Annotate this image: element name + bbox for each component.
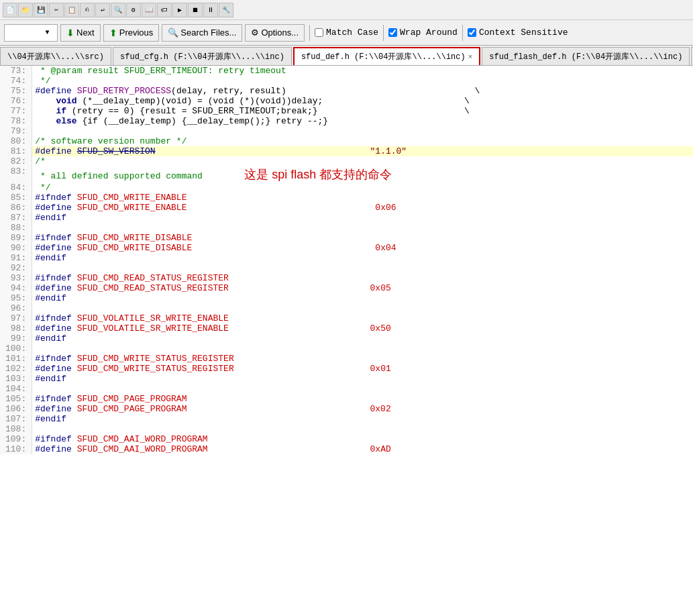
table-row: 73: * @param result SFUD_ERR_TIMEOUT: re…: [0, 66, 693, 76]
table-row: 103:#endif: [0, 374, 693, 384]
line-content: /* software version number */: [32, 136, 693, 146]
options-button[interactable]: ⚙ Options...: [245, 24, 305, 42]
toolbar-icon-7[interactable]: ↩: [95, 3, 110, 17]
table-row: 78: else {if (__delay_temp) {__delay_tem…: [0, 116, 693, 126]
next-button[interactable]: ⬇ Next: [60, 24, 101, 42]
next-label: Next: [76, 28, 95, 38]
line-content: #ifndef SFUD_CMD_WRITE_ENABLE: [32, 193, 693, 203]
search-dropdown[interactable]: ▼: [4, 24, 58, 42]
separator-3: [462, 25, 463, 41]
line-number: 109:: [0, 434, 32, 444]
line-content: * @param result SFUD_ERR_TIMEOUT: retry …: [32, 66, 693, 76]
toolbar-icon-6[interactable]: ⎌: [80, 3, 95, 17]
line-number: 80:: [0, 136, 32, 146]
table-row: 92:: [0, 263, 693, 273]
toolbar: 📄 📁 💾 ✂ 📋 ⎌ ↩ 🔍 ⚙ 📖 🏷 ▶ ⏹ ⏸ 🔧: [0, 0, 693, 20]
line-number: 85:: [0, 193, 32, 203]
toolbar-icon-3[interactable]: 💾: [34, 3, 48, 17]
toolbar-icon-8[interactable]: 🔍: [111, 3, 125, 17]
tab-sfud-cfg[interactable]: sfud_cfg.h (F:\\04开源库\\...\\inc): [113, 47, 292, 65]
line-number: 77:: [0, 106, 32, 116]
table-row: 99:#endif: [0, 333, 693, 344]
table-row: 104:: [0, 384, 693, 394]
search-files-button[interactable]: 🔍 Search Files...: [162, 24, 242, 42]
toolbar-icon-12[interactable]: ▶: [172, 3, 187, 17]
match-case-checkbox-label[interactable]: Match Case: [315, 28, 378, 38]
line-content: #endif: [32, 213, 693, 223]
search-files-label: Search Files...: [180, 28, 236, 38]
toolbar-icon-2[interactable]: 📁: [18, 3, 33, 17]
toolbar-icon-14[interactable]: ⏸: [203, 3, 218, 17]
line-content: #endif: [32, 293, 693, 303]
line-content: #ifndef SFUD_CMD_READ_STATUS_REGISTER: [32, 273, 693, 283]
table-row: 87:#endif: [0, 213, 693, 223]
previous-button[interactable]: ⬆ Previous: [103, 24, 160, 42]
line-content: #endif: [32, 253, 693, 263]
line-content: #endif: [32, 333, 693, 344]
table-row: 79:: [0, 126, 693, 136]
toolbar-icon-10[interactable]: 📖: [142, 3, 156, 17]
toolbar-icon-1[interactable]: 📄: [3, 3, 17, 17]
toolbar-icon-11[interactable]: 🏷: [157, 3, 172, 17]
code-area[interactable]: 73: * @param result SFUD_ERR_TIMEOUT: re…: [0, 66, 693, 616]
table-row: 75:#define SFUD_RETRY_PROCESS(delay, ret…: [0, 86, 693, 96]
toolbar-icon-13[interactable]: ⏹: [188, 3, 203, 17]
line-number: 79:: [0, 126, 32, 136]
tab-sfud-flash-def[interactable]: sfud_flash_def.h (F:\\04开源库\\...\\inc): [482, 47, 690, 65]
table-row: 81:#define SFUD_SW_VERSION "1.1.0": [0, 146, 693, 156]
table-row: 86:#define SFUD_CMD_WRITE_ENABLE 0x06: [0, 203, 693, 213]
tab-sfud-cfg-label: sfud_cfg.h (F:\\04开源库\\...\\inc): [120, 51, 284, 62]
previous-icon: ⬆: [109, 28, 117, 38]
line-content: [32, 384, 693, 394]
line-content: #define SFUD_VOLATILE_SR_WRITE_ENABLE 0x…: [32, 323, 693, 333]
toolbar-icon-5[interactable]: 📋: [64, 3, 79, 17]
table-row: 85:#ifndef SFUD_CMD_WRITE_ENABLE: [0, 193, 693, 203]
line-number: 108:: [0, 424, 32, 434]
tab-sfud-def[interactable]: sfud_def.h (F:\\04开源库\\...\\inc) ×: [293, 47, 480, 66]
table-row: 100:: [0, 344, 693, 354]
line-content: #endif: [32, 374, 693, 384]
line-number: 83:: [0, 166, 32, 183]
table-row: 91:#endif: [0, 253, 693, 263]
line-content: #define SFUD_RETRY_PROCESS(delay, retry,…: [32, 86, 693, 96]
line-number: 90:: [0, 243, 32, 253]
line-content: #define SFUD_CMD_READ_STATUS_REGISTER 0x…: [32, 283, 693, 293]
table-row: 107:#endif: [0, 414, 693, 424]
searchbar: ▼ ⬇ Next ⬆ Previous 🔍 Search Files... ⚙ …: [0, 20, 693, 46]
line-content: #define SFUD_CMD_PAGE_PROGRAM 0x02: [32, 404, 693, 414]
table-row: 98:#define SFUD_VOLATILE_SR_WRITE_ENABLE…: [0, 323, 693, 333]
tab-sfud-def-close[interactable]: ×: [468, 53, 473, 61]
line-number: 78:: [0, 116, 32, 126]
tab-src[interactable]: \\04开源库\\...\\src): [0, 47, 111, 65]
toolbar-icon-9[interactable]: ⚙: [126, 3, 141, 17]
context-sensitive-checkbox[interactable]: [468, 28, 476, 37]
table-row: 90:#define SFUD_CMD_WRITE_DISABLE 0x04: [0, 243, 693, 253]
next-icon: ⬇: [66, 28, 74, 38]
line-number: 106:: [0, 404, 32, 414]
line-number: 88:: [0, 223, 32, 233]
toolbar-icon-15[interactable]: 🔧: [219, 3, 233, 17]
table-row: 93:#ifndef SFUD_CMD_READ_STATUS_REGISTER: [0, 273, 693, 283]
table-row: 110:#define SFUD_CMD_AAI_WORD_PROGRAM 0x…: [0, 444, 693, 454]
line-number: 73:: [0, 66, 32, 76]
context-sensitive-checkbox-label[interactable]: Context Sensitive: [468, 28, 568, 38]
wrap-around-checkbox[interactable]: [388, 28, 397, 37]
line-number: 104:: [0, 384, 32, 394]
line-number: 107:: [0, 414, 32, 424]
line-number: 93:: [0, 273, 32, 283]
match-case-label: Match Case: [326, 28, 378, 38]
line-content: #define SFUD_CMD_WRITE_DISABLE 0x04: [32, 243, 693, 253]
context-sensitive-label: Context Sensitive: [479, 28, 568, 38]
line-number: 105:: [0, 394, 32, 404]
table-row: 83: * all defined supported command 这是 s…: [0, 166, 693, 183]
line-content: #define SFUD_SW_VERSION "1.1.0": [32, 146, 693, 156]
line-number: 100:: [0, 344, 32, 354]
line-content: [32, 303, 693, 313]
line-number: 94:: [0, 283, 32, 293]
toolbar-icons: 📄 📁 💾 ✂ 📋 ⎌ ↩ 🔍 ⚙ 📖 🏷 ▶ ⏹ ⏸ 🔧: [3, 3, 233, 17]
table-row: 84: */: [0, 183, 693, 193]
table-row: 74: */: [0, 76, 693, 86]
match-case-checkbox[interactable]: [315, 28, 323, 37]
wrap-around-checkbox-label[interactable]: Wrap Around: [388, 28, 458, 38]
toolbar-icon-4[interactable]: ✂: [49, 3, 64, 17]
